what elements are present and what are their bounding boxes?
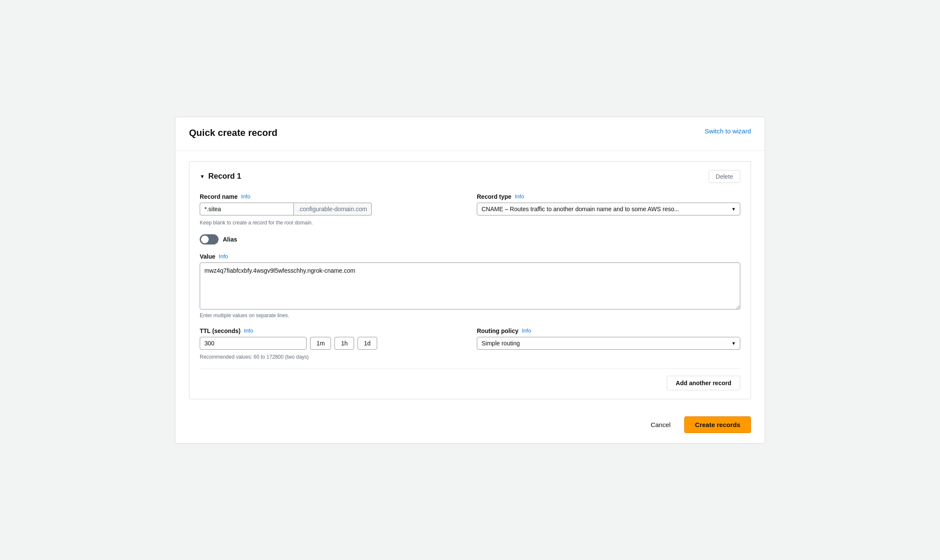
record-1-section: ▼ Record 1 Delete Record name Info .conf… — [189, 161, 751, 399]
main-panel: Quick create record Switch to wizard ▼ R… — [175, 117, 765, 444]
ttl-1m-button[interactable]: 1m — [310, 337, 331, 350]
page-title: Quick create record — [189, 127, 278, 139]
chevron-down-icon: ▼ — [200, 174, 205, 180]
ttl-label: TTL (seconds) — [200, 327, 240, 334]
ttl-hint: Recommended values: 60 to 172800 (two da… — [200, 354, 463, 360]
record-name-label-row: Record name Info — [200, 193, 463, 200]
ttl-input[interactable] — [200, 337, 307, 350]
alias-toggle[interactable] — [200, 234, 219, 245]
record-name-hint: Keep blank to create a record for the ro… — [200, 220, 463, 226]
ttl-1d-button[interactable]: 1d — [358, 337, 377, 350]
ttl-info-link[interactable]: Info — [244, 327, 253, 334]
record-type-info-link[interactable]: Info — [515, 193, 524, 200]
routing-policy-field: Routing policy Info Simple routing Failo… — [477, 327, 740, 360]
record-type-select-wrapper: A – Routes traffic to an IPv4 address an… — [477, 203, 740, 215]
routing-policy-label: Routing policy — [477, 327, 518, 334]
footer-actions: Cancel Create records — [189, 408, 751, 433]
add-record-row: Add another record — [200, 368, 740, 390]
ttl-1h-button[interactable]: 1h — [334, 337, 354, 350]
routing-policy-select[interactable]: Simple routing Failover Geolocation Geop… — [477, 337, 740, 350]
record-type-select[interactable]: A – Routes traffic to an IPv4 address an… — [477, 203, 740, 215]
panel-header: Quick create record Switch to wizard — [189, 127, 751, 139]
record-title-row: ▼ Record 1 — [200, 172, 241, 181]
delete-record-button[interactable]: Delete — [709, 170, 740, 183]
ttl-input-row: 1m 1h 1d — [200, 337, 463, 350]
create-records-button[interactable]: Create records — [684, 416, 751, 433]
record-type-label: Record type — [477, 193, 511, 200]
record-name-field: Record name Info .configurable-domain.co… — [200, 193, 463, 226]
domain-suffix: .configurable-domain.com — [294, 203, 372, 215]
ttl-routing-row: TTL (seconds) Info 1m 1h 1d Recommended … — [200, 327, 740, 360]
record-name-info-link[interactable]: Info — [241, 193, 251, 200]
value-textarea[interactable]: mwz4q7fiabfcxbfy.4wsgv9l5wfesschhy.ngrok… — [200, 262, 740, 309]
record-name-input-row: .configurable-domain.com — [200, 203, 463, 215]
ttl-field: TTL (seconds) Info 1m 1h 1d Recommended … — [200, 327, 463, 360]
value-label-row: Value Info — [200, 253, 740, 260]
cancel-button[interactable]: Cancel — [642, 418, 679, 432]
alias-label: Alias — [223, 236, 237, 243]
routing-policy-select-wrapper: Simple routing Failover Geolocation Geop… — [477, 337, 740, 350]
routing-policy-info-link[interactable]: Info — [522, 327, 531, 334]
routing-policy-label-row: Routing policy Info — [477, 327, 740, 334]
record-1-header: ▼ Record 1 Delete — [200, 170, 740, 183]
record-name-type-row: Record name Info .configurable-domain.co… — [200, 193, 740, 226]
value-info-link[interactable]: Info — [219, 253, 228, 259]
record-type-field: Record type Info A – Routes traffic to a… — [477, 193, 740, 226]
value-hint: Enter multiple values on separate lines. — [200, 312, 289, 318]
switch-to-wizard-link[interactable]: Switch to wizard — [705, 127, 751, 135]
page-wrapper: Quick create record Switch to wizard ▼ R… — [175, 117, 765, 444]
record-name-input[interactable] — [200, 203, 294, 215]
value-label: Value — [200, 253, 216, 260]
header-divider — [175, 150, 765, 151]
record-1-title: Record 1 — [208, 172, 241, 181]
record-name-label: Record name — [200, 193, 238, 200]
add-another-record-button[interactable]: Add another record — [667, 376, 740, 390]
alias-row: Alias — [200, 234, 740, 245]
ttl-label-row: TTL (seconds) Info — [200, 327, 463, 334]
record-type-label-row: Record type Info — [477, 193, 740, 200]
value-section: Value Info mwz4q7fiabfcxbfy.4wsgv9l5wfes… — [200, 253, 740, 319]
toggle-slider — [200, 234, 219, 245]
